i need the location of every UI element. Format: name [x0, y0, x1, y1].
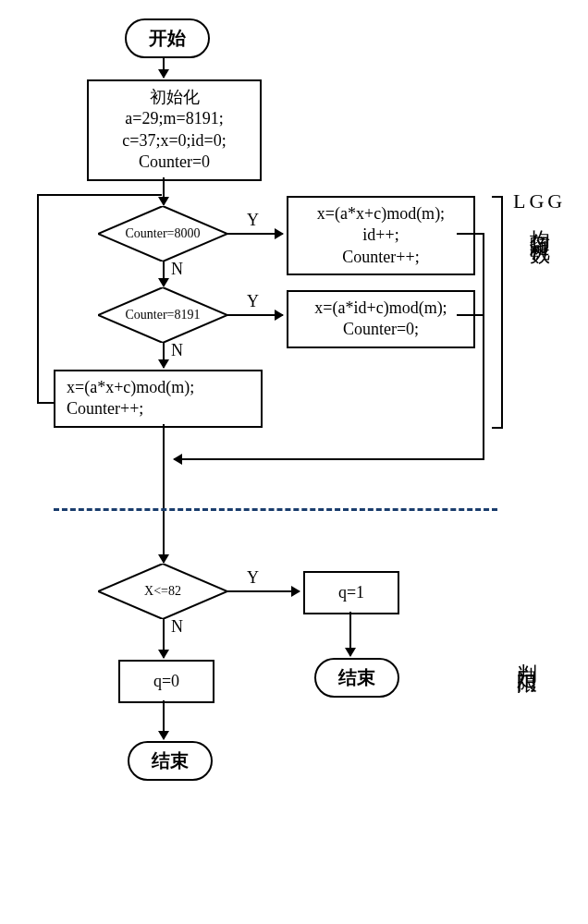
bracket-section1: [492, 196, 503, 429]
line: [457, 233, 484, 235]
process-init: 初始化 a=29;m=8191; c=37;x=0;id=0; Counter=…: [87, 79, 262, 181]
section-divider: [54, 508, 497, 511]
pmid-l2: Counter=0;: [298, 319, 464, 340]
q1-text: q=1: [338, 583, 364, 602]
pleft-l2: Counter++;: [67, 398, 251, 419]
arrow: [163, 57, 165, 78]
pmid-l1: x=(a*id+c)mod(m);: [298, 298, 464, 319]
init-line2: c=37;x=0;id=0;: [98, 130, 251, 152]
decision-x-82: X<=82: [98, 564, 227, 619]
decision-counter-8000: Counter=8000: [98, 206, 227, 261]
arrow: [227, 314, 283, 316]
q0-text: q=0: [153, 672, 179, 690]
arrow: [163, 343, 165, 368]
line: [37, 194, 162, 196]
arrow: [163, 619, 165, 658]
terminal-start: 开始: [125, 18, 210, 58]
process-default: x=(a*x+c)mod(m); Counter++;: [54, 370, 263, 428]
arrow: [163, 700, 165, 739]
end2-label: 结束: [152, 750, 189, 771]
label-n: N: [171, 617, 183, 637]
arrow: [349, 612, 351, 656]
section2-label: 判定门限: [513, 647, 541, 662]
dec3-text: X<=82: [144, 584, 181, 599]
dec1-text: Counter=8000: [126, 226, 201, 241]
arrow: [163, 261, 165, 286]
ptop-l2: id++;: [298, 225, 464, 246]
terminal-end1: 结束: [314, 658, 399, 698]
dec2-text: Counter=8191: [126, 308, 201, 322]
end1-label: 结束: [338, 667, 375, 687]
section1-label: LGGLGG均匀随机数均匀随机数: [513, 189, 566, 232]
init-line1: a=29;m=8191;: [98, 108, 251, 129]
arrow: [163, 424, 165, 563]
init-line3: Counter=0: [98, 152, 251, 173]
init-title: 初始化: [98, 87, 251, 108]
arrow: [227, 233, 283, 235]
start-label: 开始: [149, 28, 186, 48]
ptop-l1: x=(a*x+c)mod(m);: [298, 203, 464, 225]
label-y: Y: [247, 568, 259, 588]
line: [37, 402, 54, 404]
line: [457, 314, 484, 316]
line: [483, 233, 484, 459]
process-q1: q=1: [303, 571, 399, 614]
label-n: N: [171, 260, 183, 279]
pleft-l1: x=(a*x+c)mod(m);: [67, 377, 251, 398]
process-branch1: x=(a*x+c)mod(m); id++; Counter++;: [287, 196, 475, 275]
arrow: [174, 458, 484, 460]
flowchart: 开始 初始化 a=29;m=8191; c=37;x=0;id=0; Count…: [18, 18, 573, 906]
process-q0: q=0: [118, 660, 214, 703]
terminal-end2: 结束: [128, 741, 213, 781]
arrow: [163, 177, 165, 205]
process-branch2: x=(a*id+c)mod(m); Counter=0;: [287, 290, 475, 348]
label-n: N: [171, 341, 183, 360]
line: [37, 196, 39, 404]
decision-counter-8191: Counter=8191: [98, 287, 227, 343]
label-y: Y: [247, 292, 259, 311]
ptop-l3: Counter++;: [298, 247, 464, 268]
label-y: Y: [247, 211, 259, 230]
arrow: [227, 590, 300, 592]
